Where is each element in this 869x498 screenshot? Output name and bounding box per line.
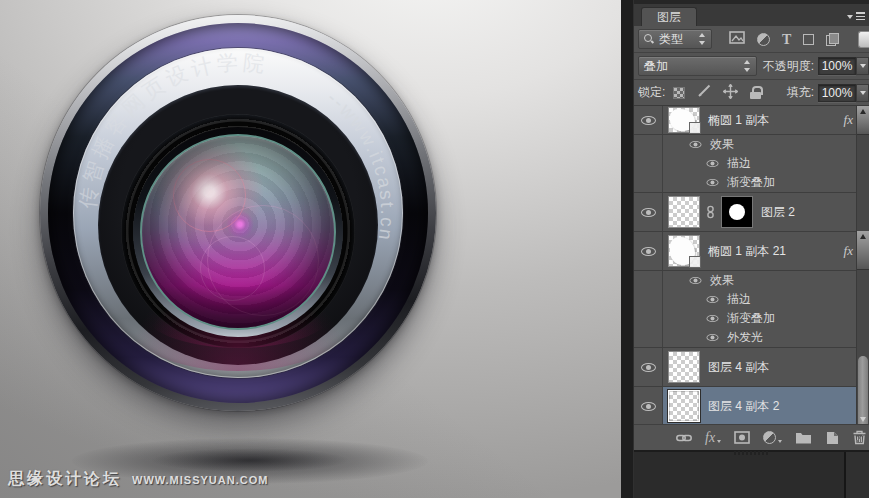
- panel-tab-bar: 图层: [634, 0, 869, 26]
- fill-label: 填充:: [787, 84, 814, 101]
- adjustment-filter-icon[interactable]: [757, 33, 770, 46]
- effect-row-stroke[interactable]: 描边: [634, 290, 869, 309]
- visibility-toggle[interactable]: [634, 106, 663, 134]
- effects-header-label: 效果: [710, 272, 734, 289]
- layer-thumbnail[interactable]: [668, 196, 700, 228]
- photoshop-window: 传智播客网页设计学院 --www.itcast.cn 思缘设计论坛 WWW.MI…: [0, 0, 869, 498]
- eye-icon: [641, 208, 656, 217]
- lock-pixels-icon[interactable]: [697, 84, 711, 101]
- new-group-button[interactable]: [795, 431, 812, 444]
- collapse-effects-button[interactable]: [857, 231, 869, 270]
- effect-label: 渐变叠加: [727, 174, 775, 191]
- effect-row-gradient-overlay[interactable]: 渐变叠加: [634, 173, 869, 192]
- forum-watermark-url: WWW.MISSYUAN.COM: [132, 474, 268, 486]
- layers-toolbar: fx: [634, 424, 869, 450]
- effects-block: 效果 描边 渐变叠加 外发光: [634, 271, 869, 348]
- eye-icon[interactable]: [707, 334, 719, 341]
- effects-header-row[interactable]: 效果: [634, 271, 869, 290]
- triangle-up-icon: [860, 109, 866, 114]
- layer-name: 图层 4 副本 2: [708, 398, 779, 415]
- effect-label: 描边: [727, 155, 751, 172]
- opacity-dropdown-button[interactable]: [856, 57, 869, 75]
- layers-panel: 图层 类型 T: [633, 0, 869, 498]
- fx-badge[interactable]: fx: [844, 243, 853, 259]
- scrollbar-thumb[interactable]: [858, 356, 868, 424]
- layer-row-ellipse1-copy[interactable]: 椭圆 1 副本 fx: [634, 106, 869, 135]
- add-mask-button[interactable]: [734, 431, 750, 444]
- smartobject-filter-icon[interactable]: [826, 33, 839, 46]
- eye-icon[interactable]: [690, 277, 702, 284]
- effects-header-label: 效果: [710, 136, 734, 153]
- lock-transparency-icon[interactable]: [673, 87, 685, 99]
- effect-label: 外发光: [727, 329, 763, 346]
- effect-row-stroke[interactable]: 描边: [634, 154, 869, 173]
- eye-icon[interactable]: [707, 179, 719, 186]
- blend-mode-select[interactable]: 叠加: [638, 56, 757, 76]
- new-layer-button[interactable]: [825, 431, 839, 445]
- chevron-down-icon: [847, 15, 853, 19]
- scroll-down-icon[interactable]: [860, 417, 866, 422]
- text-filter-icon[interactable]: T: [782, 33, 791, 46]
- collapse-effects-button[interactable]: [857, 106, 869, 135]
- layer-thumbnail[interactable]: [668, 235, 700, 267]
- blend-row: 叠加 不透明度: 100%: [634, 53, 869, 80]
- filter-kind-buttons: T: [729, 31, 839, 47]
- lock-buttons: [673, 84, 761, 102]
- spinner-icon: [699, 33, 706, 45]
- menu-lines-icon: [856, 12, 865, 22]
- filter-toggle[interactable]: [858, 31, 869, 48]
- blend-mode-value: 叠加: [644, 58, 668, 75]
- fill-input[interactable]: 100%: [818, 84, 856, 102]
- fill-dropdown-button[interactable]: [856, 84, 869, 102]
- resize-grip[interactable]: [734, 451, 770, 455]
- adjustment-layer-button[interactable]: [763, 431, 782, 444]
- effects-header-row[interactable]: 效果: [634, 135, 869, 154]
- lock-row: 锁定: 填充: 100%: [634, 80, 869, 106]
- layer-row-layer2[interactable]: 图层 2: [634, 193, 869, 232]
- lens-glass: [140, 134, 336, 330]
- fx-badge[interactable]: fx: [844, 112, 853, 128]
- layer-row-ellipse1-copy21[interactable]: 椭圆 1 副本 21 fx: [634, 232, 869, 271]
- shape-filter-icon[interactable]: [803, 34, 814, 45]
- layer-thumbnail[interactable]: [668, 351, 700, 383]
- lens-flare-ring-small: [173, 159, 246, 232]
- layer-name: 图层 2: [761, 204, 795, 221]
- layer-mask-thumbnail[interactable]: [721, 196, 753, 228]
- eye-icon[interactable]: [707, 315, 719, 322]
- visibility-toggle[interactable]: [634, 387, 663, 424]
- lock-all-icon[interactable]: [750, 86, 761, 99]
- lens-flare-ring-medium: [200, 236, 265, 301]
- visibility-toggle[interactable]: [634, 193, 663, 231]
- lock-label: 锁定:: [638, 84, 665, 101]
- opacity-input[interactable]: 100%: [818, 57, 856, 75]
- visibility-toggle[interactable]: [634, 348, 663, 386]
- lock-position-icon[interactable]: [723, 84, 738, 102]
- eye-icon[interactable]: [707, 296, 719, 303]
- scrollbar[interactable]: [856, 106, 869, 424]
- tab-layers[interactable]: 图层: [641, 7, 697, 26]
- layer-row-layer4-copy[interactable]: 图层 4 副本: [634, 348, 869, 387]
- chevron-down-icon: [860, 91, 866, 95]
- layer-row-layer4-copy2-selected[interactable]: 图层 4 副本 2: [634, 387, 869, 424]
- chevron-down-icon: [778, 440, 782, 443]
- corner-grip[interactable]: [856, 434, 864, 442]
- layer-style-button[interactable]: fx: [705, 431, 721, 444]
- effect-row-gradient-overlay[interactable]: 渐变叠加: [634, 309, 869, 328]
- camera-lens-artwork: 传智播客网页设计学院 --www.itcast.cn: [40, 15, 436, 411]
- half-circle-icon: [763, 431, 776, 444]
- opacity-label: 不透明度:: [763, 58, 814, 75]
- panel-menu-button[interactable]: [847, 11, 865, 23]
- eye-icon[interactable]: [690, 141, 702, 148]
- link-layers-button[interactable]: [676, 430, 692, 446]
- pixel-filter-icon[interactable]: [729, 31, 745, 47]
- layer-thumbnail[interactable]: [668, 390, 700, 422]
- layer-thumbnail[interactable]: [668, 107, 700, 133]
- layer-name: 图层 4 副本: [708, 359, 769, 376]
- link-icon: [706, 204, 715, 220]
- effect-row-outer-glow[interactable]: 外发光: [634, 328, 869, 347]
- filter-type-combo[interactable]: 类型: [638, 29, 712, 49]
- visibility-toggle[interactable]: [634, 232, 663, 270]
- filter-row: 类型 T: [634, 26, 869, 53]
- layer-list: 椭圆 1 副本 fx 效果 描边 渐变叠加 图层 2: [634, 106, 869, 424]
- eye-icon[interactable]: [707, 160, 719, 167]
